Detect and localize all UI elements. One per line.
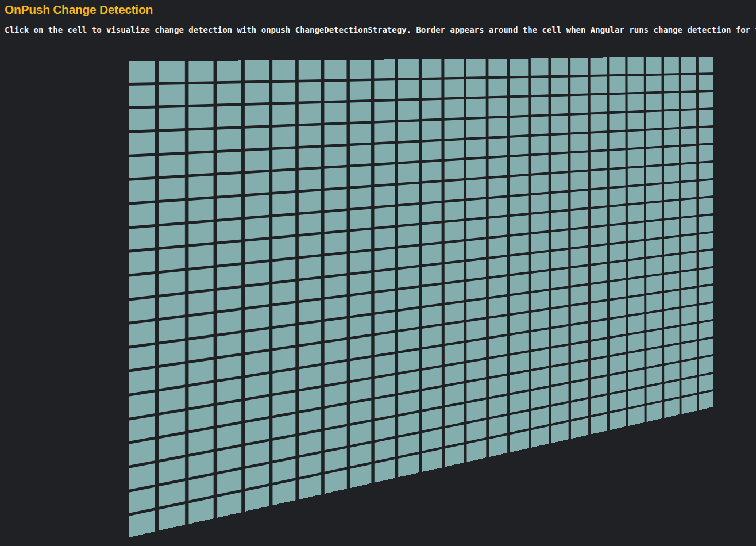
grid-cell[interactable]: [531, 194, 549, 213]
grid-cell[interactable]: [646, 184, 662, 202]
grid-cell[interactable]: [272, 436, 295, 460]
grid-cell[interactable]: [445, 302, 464, 323]
grid-cell[interactable]: [664, 380, 680, 399]
grid-cell[interactable]: [628, 388, 644, 407]
grid-cell[interactable]: [510, 431, 529, 452]
grid-cell[interactable]: [510, 215, 529, 234]
grid-cell[interactable]: [375, 186, 395, 206]
grid-cell[interactable]: [188, 475, 214, 501]
grid-cell[interactable]: [510, 333, 529, 353]
grid-cell[interactable]: [245, 217, 269, 239]
grid-cell[interactable]: [375, 396, 396, 418]
grid-cell[interactable]: [590, 152, 607, 170]
grid-cell[interactable]: [299, 103, 321, 124]
grid-cell[interactable]: [646, 239, 662, 257]
grid-cell[interactable]: [664, 291, 680, 309]
grid-cell[interactable]: [530, 58, 548, 75]
grid-cell[interactable]: [299, 147, 321, 168]
grid-cell[interactable]: [129, 368, 155, 394]
grid-cell[interactable]: [610, 355, 626, 374]
grid-cell[interactable]: [590, 95, 607, 113]
grid-cell[interactable]: [467, 299, 486, 320]
grid-cell[interactable]: [628, 222, 644, 240]
grid-cell[interactable]: [682, 341, 697, 360]
grid-cell[interactable]: [299, 366, 321, 389]
grid-cell[interactable]: [510, 195, 529, 214]
grid-cell[interactable]: [489, 336, 507, 357]
grid-cell[interactable]: [325, 82, 346, 101]
grid-cell[interactable]: [350, 443, 371, 467]
grid-cell[interactable]: [571, 285, 588, 304]
grid-cell[interactable]: [159, 387, 185, 412]
grid-cell[interactable]: [188, 337, 214, 361]
grid-cell[interactable]: [188, 383, 214, 407]
grid-cell[interactable]: [699, 110, 713, 126]
grid-cell[interactable]: [467, 219, 486, 239]
grid-cell[interactable]: [489, 416, 507, 437]
grid-cell[interactable]: [159, 61, 185, 82]
grid-cell[interactable]: [217, 424, 242, 449]
grid-cell[interactable]: [488, 138, 507, 156]
grid-cell[interactable]: [129, 321, 155, 346]
grid-cell[interactable]: [375, 144, 395, 163]
grid-cell[interactable]: [610, 243, 626, 262]
grid-cell[interactable]: [299, 453, 321, 478]
grid-cell[interactable]: [646, 57, 661, 74]
grid-cell[interactable]: [591, 264, 607, 283]
grid-cell[interactable]: [510, 156, 528, 175]
grid-cell[interactable]: [272, 282, 295, 304]
grid-cell[interactable]: [488, 157, 507, 176]
grid-cell[interactable]: [299, 213, 321, 234]
grid-cell[interactable]: [398, 184, 419, 204]
grid-cell[interactable]: [531, 252, 549, 271]
grid-cell[interactable]: [245, 172, 269, 194]
grid-cell[interactable]: [531, 213, 549, 232]
grid-cell[interactable]: [571, 228, 588, 247]
grid-cell[interactable]: [325, 103, 346, 122]
grid-cell[interactable]: [571, 362, 588, 382]
grid-cell[interactable]: [129, 510, 155, 537]
grid-cell[interactable]: [699, 356, 713, 375]
grid-cell[interactable]: [664, 345, 680, 364]
grid-cell[interactable]: [375, 249, 395, 270]
grid-cell[interactable]: [628, 76, 644, 93]
grid-cell[interactable]: [467, 440, 486, 462]
grid-cell[interactable]: [551, 307, 568, 327]
grid-cell[interactable]: [272, 149, 295, 170]
grid-cell[interactable]: [571, 134, 588, 152]
grid-cell[interactable]: [245, 262, 269, 284]
grid-cell[interactable]: [245, 464, 269, 489]
grid-cell[interactable]: [551, 365, 568, 385]
grid-cell[interactable]: [610, 187, 626, 205]
grid-cell[interactable]: [159, 154, 185, 176]
grid-cell[interactable]: [466, 99, 485, 117]
grid-cell[interactable]: [188, 84, 214, 105]
grid-cell[interactable]: [422, 285, 442, 306]
grid-cell[interactable]: [272, 126, 295, 147]
grid-cell[interactable]: [488, 178, 507, 197]
grid-cell[interactable]: [272, 60, 295, 80]
grid-cell[interactable]: [299, 432, 321, 455]
grid-cell[interactable]: [398, 163, 419, 183]
grid-cell[interactable]: [129, 85, 155, 106]
grid-cell[interactable]: [422, 306, 442, 327]
grid-cell[interactable]: [375, 164, 395, 184]
grid-cell[interactable]: [159, 84, 185, 106]
grid-cell[interactable]: [628, 241, 644, 259]
grid-cell[interactable]: [681, 93, 696, 109]
grid-cell[interactable]: [646, 111, 662, 128]
grid-cell[interactable]: [646, 202, 662, 220]
grid-cell[interactable]: [628, 94, 644, 111]
grid-cell[interactable]: [159, 107, 185, 129]
grid-cell[interactable]: [571, 115, 588, 132]
grid-cell[interactable]: [531, 368, 549, 389]
grid-cell[interactable]: [129, 440, 155, 466]
grid-cell[interactable]: [299, 300, 321, 322]
grid-cell[interactable]: [681, 217, 696, 234]
grid-cell[interactable]: [609, 132, 625, 149]
grid-cell[interactable]: [129, 393, 155, 418]
grid-cell[interactable]: [129, 109, 155, 130]
grid-cell[interactable]: [272, 370, 295, 394]
grid-cell[interactable]: [445, 363, 464, 384]
grid-cell[interactable]: [398, 121, 419, 141]
